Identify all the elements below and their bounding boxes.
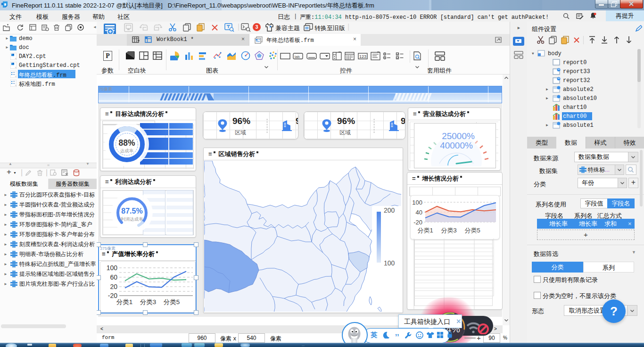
svg-text:40000%: 40000% xyxy=(440,140,473,150)
svg-text:分类5: 分类5 xyxy=(164,298,180,306)
svg-text:100: 100 xyxy=(107,264,118,272)
svg-text:分类1: 分类1 xyxy=(417,227,433,234)
svg-text:分类3: 分类3 xyxy=(140,298,157,306)
svg-text:87.5%: 87.5% xyxy=(121,207,142,215)
svg-text:60: 60 xyxy=(110,273,117,281)
svg-text:分类5: 分类5 xyxy=(464,227,480,234)
svg-text:分类1: 分类1 xyxy=(116,298,133,306)
svg-text:lab: lab xyxy=(295,55,300,59)
svg-text:100: 100 xyxy=(384,259,395,267)
svg-text:88%: 88% xyxy=(118,138,135,148)
svg-text:200: 200 xyxy=(384,207,395,214)
svg-text:-20: -20 xyxy=(413,219,422,226)
svg-text:分类3: 分类3 xyxy=(441,227,456,234)
svg-text:40: 40 xyxy=(416,209,422,216)
svg-text:100: 100 xyxy=(412,199,422,206)
svg-text:20: 20 xyxy=(110,283,117,290)
svg-text:利润达成率: 利润达成率 xyxy=(120,216,143,222)
svg-text:25000%: 25000% xyxy=(442,131,475,141)
svg-text:123: 123 xyxy=(359,54,366,59)
svg-text:达成率: 达成率 xyxy=(120,148,134,153)
